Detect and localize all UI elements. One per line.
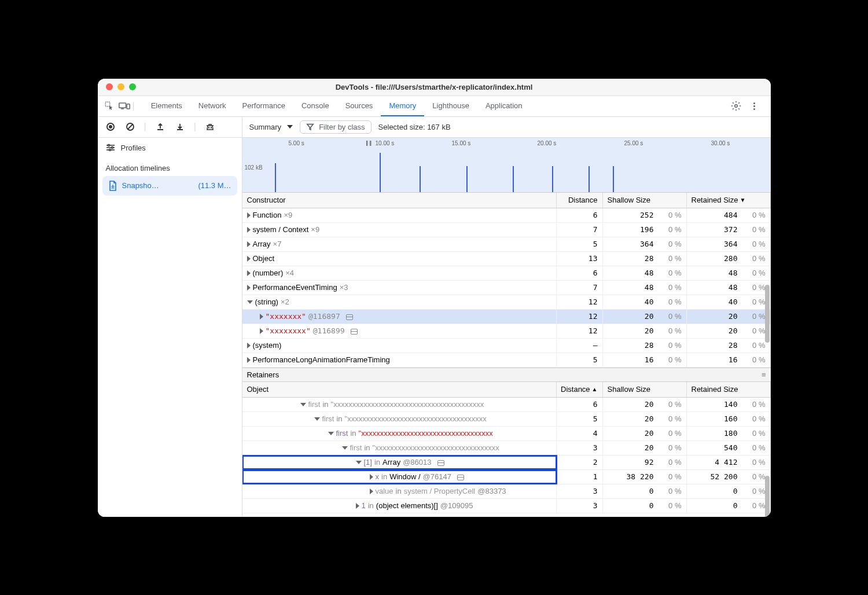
retainer-row[interactable]: [1] in Array @860132920 %4 4120 % [242, 456, 771, 470]
allocation-timeline[interactable]: 5.00 s ‖‖ 10.00 s 15.00 s 20.00 s 25.00 … [242, 138, 771, 193]
constructor-row[interactable]: (number) ×46480 %480 % [242, 266, 771, 281]
constructor-row[interactable]: PerformanceEventTiming ×37480 %480 % [242, 281, 771, 295]
minimize-button[interactable] [117, 83, 124, 90]
device-icon[interactable] [117, 99, 131, 113]
tab-sources[interactable]: Sources [337, 96, 381, 116]
constructor-row[interactable]: Array ×753640 %3640 % [242, 237, 771, 252]
tab-memory[interactable]: Memory [381, 96, 424, 116]
retainer-row[interactable]: first in "xxxxxxxxxxxxxxxxxxxxxxxxxxxxxx… [242, 427, 771, 441]
time-tick: 5.00 s [289, 140, 304, 146]
constructor-row[interactable]: system / Context ×971960 %3720 % [242, 223, 771, 237]
alloc-bar [552, 166, 553, 192]
menu-icon[interactable] [748, 99, 762, 113]
pane-menu-icon[interactable]: ≡ [762, 370, 766, 379]
snapshot-size: (11.3 M… [198, 181, 231, 190]
col-constructor[interactable]: Constructor [242, 193, 557, 208]
retainers-header[interactable]: Retainers ≡ [242, 368, 771, 382]
expand-icon[interactable] [247, 256, 251, 262]
constructor-row[interactable]: "xxxxxxxx" @11689912200 %200 % [242, 324, 771, 339]
tab-network[interactable]: Network [190, 96, 234, 116]
expand-icon[interactable] [247, 241, 251, 247]
col-retained[interactable]: Retained Size [687, 382, 771, 397]
expand-icon[interactable] [247, 212, 251, 218]
svg-rect-3 [127, 104, 130, 109]
sidebar-toolbar: | | [98, 117, 242, 138]
memory-toolbar: Summary Filter by class Selected size: 1… [242, 117, 771, 138]
sort-desc-icon: ▼ [740, 197, 745, 203]
tab-elements[interactable]: Elements [143, 96, 190, 116]
tab-performance[interactable]: Performance [234, 96, 293, 116]
retainer-row[interactable]: first in "xxxxxxxxxxxxxxxxxxxxxxxxxxxxxx… [242, 412, 771, 427]
time-tick: 10.00 s [376, 140, 395, 146]
expand-icon[interactable] [300, 403, 306, 406]
expand-icon[interactable] [247, 270, 251, 276]
expand-icon[interactable] [342, 446, 348, 450]
record-icon[interactable] [105, 121, 116, 133]
window-controls [98, 83, 136, 90]
settings-icon[interactable] [729, 99, 743, 113]
titlebar: DevTools - file:///Users/stmarthe/x-repl… [98, 79, 771, 96]
expand-icon[interactable] [328, 432, 334, 435]
svg-point-12 [108, 145, 109, 146]
window-ref-icon [457, 475, 464, 480]
alloc-bar [380, 153, 381, 192]
constructor-row[interactable]: (string) ×212400 %400 % [242, 295, 771, 310]
expand-icon[interactable] [260, 328, 263, 334]
retainers-title: Retainers [247, 370, 279, 379]
constructor-row[interactable]: Function ×962520 %4840 % [242, 208, 771, 223]
filter-icon [306, 123, 314, 131]
expand-icon[interactable] [247, 343, 251, 348]
expand-icon[interactable] [247, 285, 251, 291]
main-panel: Summary Filter by class Selected size: 1… [242, 117, 771, 517]
svg-point-6 [109, 125, 112, 128]
scrollbar[interactable] [765, 476, 770, 517]
retainer-row[interactable]: value in system / PropertyCell @83373300… [242, 484, 771, 499]
expand-icon[interactable] [370, 474, 373, 480]
expand-icon[interactable] [314, 417, 320, 421]
col-shallow[interactable]: Shallow Size [603, 382, 687, 397]
tab-console[interactable]: Console [293, 96, 337, 116]
svg-rect-0 [105, 102, 110, 106]
expand-icon[interactable] [356, 503, 359, 509]
inspect-icon[interactable] [102, 99, 116, 113]
gc-icon[interactable] [204, 121, 216, 133]
constructor-row[interactable]: Object13280 %2800 % [242, 252, 771, 266]
col-distance[interactable]: Distance▲ [557, 382, 603, 397]
expand-icon[interactable] [260, 314, 263, 319]
sidebar: | | Profiles Allocation timelines Snapsh… [98, 117, 242, 517]
snapshot-item[interactable]: Snapsho… (11.3 M… [102, 176, 237, 196]
view-dropdown[interactable]: Summary [249, 123, 293, 131]
constructor-row[interactable]: "xxxxxxx" @11689712200 %200 % [242, 310, 771, 324]
profiles-label: Profiles [121, 144, 146, 152]
expand-icon[interactable] [370, 489, 373, 494]
col-distance[interactable]: Distance [557, 193, 603, 208]
retainer-row[interactable]: first in "xxxxxxxxxxxxxxxxxxxxxxxxxxxxxx… [242, 441, 771, 456]
svg-point-4 [734, 105, 737, 108]
maximize-button[interactable] [129, 83, 136, 90]
col-shallow[interactable]: Shallow Size [603, 193, 687, 208]
tab-application[interactable]: Application [477, 96, 531, 116]
profiles-section[interactable]: Profiles [98, 138, 242, 158]
svg-point-14 [109, 149, 111, 151]
window-ref-icon [351, 329, 358, 335]
close-button[interactable] [106, 83, 113, 90]
col-retained[interactable]: Retained Size▼ [687, 193, 771, 208]
constructor-row[interactable]: (system)–280 %280 % [242, 339, 771, 353]
class-filter[interactable]: Filter by class [300, 120, 371, 134]
upload-icon[interactable] [155, 121, 166, 133]
clear-icon[interactable] [124, 121, 136, 133]
expand-icon[interactable] [247, 227, 251, 233]
expand-icon[interactable] [247, 300, 253, 304]
scrollbar[interactable] [765, 285, 770, 343]
expand-icon[interactable] [247, 357, 251, 363]
col-object[interactable]: Object [242, 382, 557, 397]
retainer-row[interactable]: first in "xxxxxxxxxxxxxxxxxxxxxxxxxxxxxx… [242, 398, 771, 412]
timeline-cursor-icon[interactable]: ‖‖ [365, 139, 373, 147]
download-icon[interactable] [174, 121, 186, 133]
retainer-row[interactable]: 1 in (object elements)[] @109095300 %00 … [242, 499, 771, 513]
expand-icon[interactable] [356, 461, 362, 464]
retainer-row[interactable]: x in Window / @76147138 2200 %52 2000 % [242, 470, 771, 484]
constructor-row[interactable]: PerformanceLongAnimationFrameTiming5160 … [242, 353, 771, 368]
tab-lighthouse[interactable]: Lighthouse [424, 96, 477, 116]
window-ref-icon [346, 314, 353, 320]
